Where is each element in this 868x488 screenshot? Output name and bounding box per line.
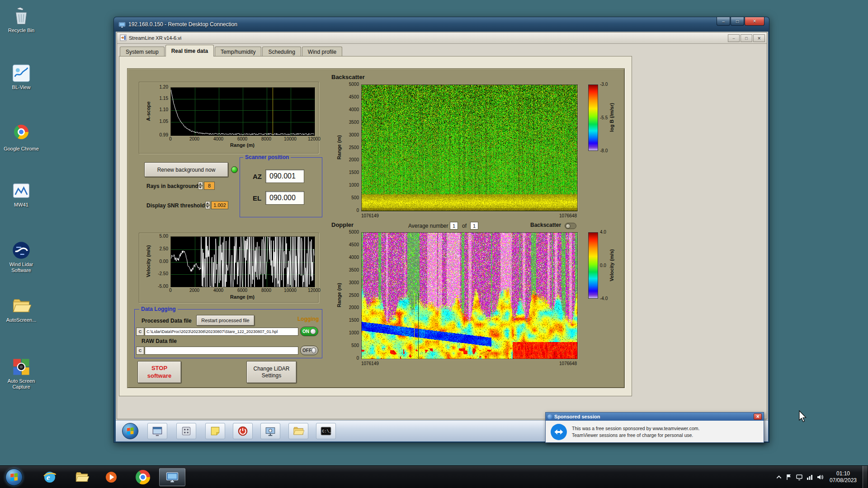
doppler-ytick: 5000 (349, 230, 359, 235)
processed-logging-toggle[interactable]: ON (300, 327, 318, 336)
doppler-ytick: 4500 (349, 242, 359, 247)
backscatter-heatmap (361, 84, 578, 211)
desktop-icon-bl-view[interactable]: BL-View (3, 63, 40, 90)
average-of-value[interactable]: 1 (470, 222, 478, 230)
doppler-heatmap (361, 232, 578, 359)
desktop-icon-folder[interactable]: AutoScreen... (3, 296, 40, 323)
desktop-icon-mw41[interactable]: MW41 (3, 181, 40, 208)
rdp-titlebar[interactable]: 192.168.0.150 - Remote Desktop Connectio… (114, 17, 769, 32)
desktop-icon-chrome[interactable]: Google Chrome (3, 122, 40, 152)
desktop-icon-label: Recycle Bin (3, 28, 40, 33)
remote-desktop: StreamLine XR v14-6.vi System setupReal … (116, 32, 768, 441)
taskbar-ie-icon[interactable]: e (39, 468, 61, 486)
doppler-ytick: 500 (351, 343, 359, 348)
app-titlebar[interactable]: StreamLine XR v14-6.vi (117, 33, 767, 44)
velocity-xtick: 2000 (189, 288, 199, 293)
backscatter-ytick: 1000 (349, 183, 359, 188)
remote-taskbar-window-icon[interactable] (147, 423, 167, 439)
raw-logging-toggle[interactable]: OFF (300, 346, 318, 355)
recycle-bin-icon (11, 6, 31, 26)
realtime-panel: A-scope Range (m) Renew background now R… (127, 68, 625, 388)
remote-taskbar-cmd-icon[interactable]: C:\_ (316, 423, 336, 439)
app-close-button[interactable] (753, 34, 765, 42)
snr-value[interactable]: 1.002 (211, 201, 228, 209)
raw-drive-icon[interactable]: C (136, 347, 144, 355)
taskbar-media-player-icon[interactable] (100, 468, 122, 486)
settings-button-label-1: Change LiDAR (253, 366, 289, 372)
backscatter-ytick: 4500 (349, 94, 359, 99)
el-value[interactable]: 090.000 (265, 191, 304, 205)
app-maximize-button[interactable] (741, 34, 752, 42)
backscatter-toggle[interactable] (565, 223, 576, 229)
desktop-icon-auto-screen-capture[interactable]: Auto Screen Capture (3, 357, 40, 390)
raw-path-input[interactable] (145, 347, 298, 355)
tab-real-time-data[interactable]: Real time data (165, 45, 214, 56)
backscatter-ytick: 3000 (349, 132, 359, 137)
snr-spinner[interactable] (205, 201, 210, 209)
a-scope-plot (170, 87, 315, 136)
data-logging-label: Data Logging (139, 306, 178, 312)
doppler-ytick: 4000 (349, 255, 359, 260)
popup-close-button[interactable] (754, 413, 762, 420)
tab-temp-humidity[interactable]: Temp/humidity (215, 47, 261, 56)
tab-wind-profile[interactable]: Wind profile (302, 47, 342, 56)
taskbar-clock[interactable]: 01:10 07/08/2023 (830, 470, 857, 484)
stop-software-button[interactable]: STOP software (137, 361, 181, 383)
remote-taskbar-folder-icon[interactable] (288, 423, 308, 439)
tray-expand-icon[interactable] (776, 474, 782, 480)
doppler-colorbar-label: Velocity (m/s) (609, 249, 614, 282)
tray-network-icon[interactable] (806, 474, 813, 481)
popup-titlebar[interactable]: Sponsored session (546, 413, 764, 421)
a-scope-ytick: 1.05 (160, 119, 168, 124)
rdp-maximize-button[interactable] (731, 17, 744, 26)
az-value[interactable]: 090.001 (265, 169, 304, 183)
rdp-close-button[interactable] (745, 17, 764, 26)
rays-value[interactable]: 8 (204, 182, 215, 190)
remote-taskbar-capture-icon[interactable] (260, 423, 280, 439)
rays-in-background-label: Rays in background (146, 183, 198, 189)
wind-lidar-icon (11, 240, 31, 260)
tray-flag-icon[interactable] (785, 474, 793, 481)
remote-start-button[interactable] (122, 423, 138, 439)
processed-path-input[interactable]: C:\Lidar\Data\Proc\2023\202308\20230807\… (145, 328, 298, 336)
a-scope-xtick: 2000 (189, 136, 199, 141)
popup-body: This was a free session sponsored by www… (546, 421, 764, 443)
teamviewer-logo (550, 423, 567, 441)
remote-taskbar-notes-icon[interactable] (205, 423, 225, 439)
rays-spinner[interactable] (198, 182, 203, 190)
tray-volume-icon[interactable] (816, 474, 824, 481)
tab-scheduling[interactable]: Scheduling (262, 47, 301, 56)
backscatter-x-end: 1076648 (559, 213, 577, 218)
desktop-icon-wind-lidar[interactable]: Wind Lidar Software (3, 240, 40, 273)
backscatter-ytick: 2500 (349, 145, 359, 150)
processed-drive-icon[interactable]: C (136, 328, 144, 336)
velocity-xtick: 0 (169, 288, 172, 293)
rdp-minimize-button[interactable] (717, 17, 730, 26)
taskbar-chrome-icon[interactable] (132, 468, 154, 486)
tray-display-icon[interactable] (796, 474, 803, 481)
start-button[interactable] (5, 469, 23, 486)
tab-system-setup[interactable]: System setup (120, 47, 165, 56)
popup-title: Sponsored session (554, 414, 600, 419)
velocity-ytick: -2.50 (158, 271, 168, 276)
show-desktop-button[interactable] (863, 466, 867, 488)
backscatter-ytick: 0 (356, 208, 359, 213)
average-number-value[interactable]: 1 (450, 222, 458, 230)
app-minimize-button[interactable] (728, 34, 740, 42)
doppler-colorbar-tick: 4.0 (600, 230, 606, 235)
restart-processed-file-button[interactable]: Restart processed file (196, 315, 255, 326)
desktop-icon-recycle-bin[interactable]: Recycle Bin (3, 6, 40, 33)
doppler-colorbar-tick: -4.0 (600, 296, 608, 301)
renew-background-button[interactable]: Renew background now (144, 162, 228, 177)
taskbar-explorer-icon[interactable] (71, 468, 93, 486)
a-scope-xlabel: Range (m) (230, 142, 255, 148)
velocity-xtick: 12000 (308, 288, 321, 293)
change-lidar-settings-button[interactable]: Change LiDAR Settings (246, 361, 297, 383)
a-scope-xtick: 12000 (308, 136, 321, 141)
app-title-icon (120, 34, 127, 42)
remote-taskbar-grid-icon[interactable] (176, 423, 196, 439)
remote-taskbar-power-icon[interactable] (233, 423, 253, 439)
a-scope-xtick: 6000 (237, 136, 247, 141)
popup-line2: TeamViewer sessions are free of charge f… (572, 432, 699, 439)
taskbar-rdp-button[interactable] (159, 468, 185, 486)
